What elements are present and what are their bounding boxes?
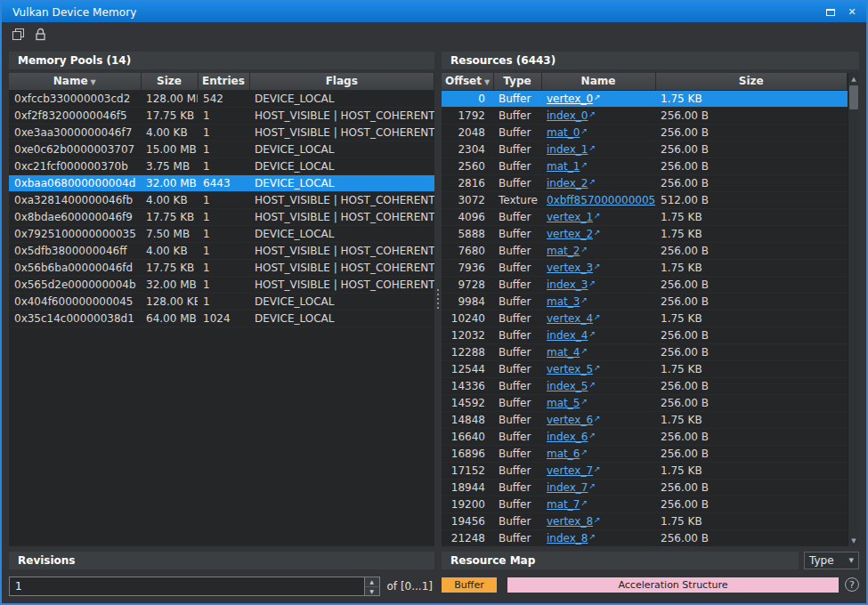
memory-pool-row[interactable]: 0x7925100000000035 7.50 MB 1 DEVICE_LOCA… [9,225,434,242]
memory-pool-row[interactable]: 0x56b6ba00000046fd 17.75 KB 1 HOST_VISIB… [9,259,434,276]
spin-up-button[interactable]: ▲ [365,577,379,587]
memory-pool-row[interactable]: 0xe3aa3000000046f7 4.00 KB 1 HOST_VISIBL… [9,124,434,141]
resource-type: Buffer [493,512,541,529]
goto-resource-icon: ↗ [588,278,596,287]
resource-row[interactable]: 17152 Buffer vertex_7↗ 1.75 KB [442,462,848,479]
memory-pool-row[interactable]: 0x565d2e000000004b 32.00 MB 1 HOST_VISIB… [9,276,434,293]
resource-link[interactable]: index_7↗ [547,481,596,494]
type-filter-dropdown[interactable]: Type ▼ [804,552,859,569]
new-window-button[interactable] [8,25,28,44]
resource-link[interactable]: index_2↗ [547,177,596,190]
memory-pool-row[interactable]: 0xf2f83200000046f5 17.75 KB 1 HOST_VISIB… [9,107,434,124]
memory-pool-row[interactable]: 0xbaa068000000004d 32.00 MB 6443 DEVICE_… [9,174,434,191]
resource-link[interactable]: vertex_2↗ [547,228,601,240]
resource-row[interactable]: 18944 Buffer index_7↗ 256.00 B [442,479,848,496]
spin-down-button[interactable]: ▼ [365,587,379,596]
resource-row[interactable]: 12032 Buffer index_4↗ 256.00 B [442,327,848,343]
resource-link[interactable]: mat_3↗ [547,295,588,308]
resource-row[interactable]: 14592 Buffer mat_5↗ 256.00 B [442,394,848,411]
resource-link[interactable]: index_1↗ [547,143,596,156]
help-icon[interactable]: ? [845,577,859,592]
memory-pool-row[interactable]: 0x8bdae600000046f9 17.75 KB 1 HOST_VISIB… [9,208,434,225]
close-button[interactable]: ✕ [841,4,863,20]
memory-pool-row[interactable]: 0xe0c62b0000003707 15.00 MB 1 DEVICE_LOC… [9,141,434,157]
memory-pool-row[interactable]: 0x404f600000000045 128.00 KB 1 DEVICE_LO… [9,293,434,310]
panel-splitter[interactable] [434,52,442,546]
resource-link[interactable]: vertex_0↗ [547,93,601,105]
resource-link[interactable]: mat_0↗ [547,126,588,139]
sort-indicator-icon: ▼ [91,78,96,86]
resource-row[interactable]: 9984 Buffer mat_3↗ 256.00 B [442,293,848,310]
resource-row[interactable]: 14848 Buffer vertex_6↗ 1.75 KB [442,411,848,428]
resource-row[interactable]: 3072 Texture 0xbff8570000000052↗ 512.00 … [442,191,848,208]
pools-col-name[interactable]: Name▼ [9,73,141,90]
pools-col-entries[interactable]: Entries [198,73,249,90]
resource-link[interactable]: vertex_4↗ [547,312,601,325]
scroll-up-button[interactable]: ▲ [848,73,859,85]
resource-link[interactable]: mat_1↗ [547,160,588,173]
resource-row[interactable]: 12544 Buffer vertex_5↗ 1.75 KB [442,360,848,377]
resource-link[interactable]: index_4↗ [547,329,596,342]
res-col-type[interactable]: Type [493,73,541,90]
resource-link[interactable]: mat_6↗ [547,448,588,460]
lock-button[interactable] [30,25,50,44]
memory-pool-row[interactable]: 0xc21fcf000000370b 3.75 MB 1 DEVICE_LOCA… [9,157,434,174]
float-window-button[interactable] [820,4,841,20]
revision-spinner[interactable]: 1 ▲ ▼ [9,577,380,596]
memory-pool-row[interactable]: 0xa3281400000046fb 4.00 KB 1 HOST_VISIBL… [9,191,434,208]
resource-link[interactable]: mat_5↗ [547,397,588,409]
goto-resource-icon: ↗ [594,464,601,473]
memory-pool-row[interactable]: 0x5dfb3800000046ff 4.00 KB 1 HOST_VISIBL… [9,242,434,259]
resource-row[interactable]: 2560 Buffer mat_1↗ 256.00 B [442,157,848,174]
resource-row[interactable]: 4096 Buffer vertex_1↗ 1.75 KB [442,208,848,225]
resource-link[interactable]: index_3↗ [547,278,596,291]
resource-row[interactable]: 7936 Buffer vertex_3↗ 1.75 KB [442,259,848,276]
resource-row[interactable]: 16640 Buffer index_6↗ 256.00 B [442,428,848,445]
resource-link[interactable]: vertex_1↗ [547,211,601,223]
memory-pools-panel: Memory Pools (14) Name▼ Size Entries Fla… [9,52,434,546]
resource-link[interactable]: index_6↗ [547,431,596,443]
resource-row[interactable]: 0 Buffer vertex_0↗ 1.75 KB [442,90,848,107]
resource-link[interactable]: vertex_5↗ [547,363,601,375]
resource-link[interactable]: mat_4↗ [547,346,588,359]
resource-row[interactable]: 2048 Buffer mat_0↗ 256.00 B [442,124,848,141]
resource-map-buffer-segment[interactable]: Buffer [442,577,497,593]
resource-link[interactable]: vertex_3↗ [547,262,601,274]
resource-link[interactable]: vertex_8↗ [547,515,601,528]
resource-link[interactable]: vertex_7↗ [547,464,601,477]
title-bar[interactable]: Vulkan Device Memory ✕ [2,2,866,22]
resource-row[interactable]: 19456 Buffer vertex_8↗ 1.75 KB [442,512,848,529]
res-col-offset[interactable]: Offset▼ [442,73,493,90]
resource-row[interactable]: 5888 Buffer vertex_2↗ 1.75 KB [442,225,848,242]
scrollbar-thumb[interactable] [849,85,858,109]
resource-row[interactable]: 14336 Buffer index_5↗ 256.00 B [442,377,848,394]
res-col-name[interactable]: Name [541,73,655,90]
resource-row[interactable]: 10240 Buffer vertex_4↗ 1.75 KB [442,310,848,327]
resource-row[interactable]: 1792 Buffer index_0↗ 256.00 B [442,107,848,124]
resource-map-accel-structure-segment[interactable]: Acceleration Structure [507,577,839,593]
resource-row[interactable]: 2816 Buffer index_2↗ 256.00 B [442,174,848,191]
resource-link[interactable]: mat_2↗ [547,245,588,257]
resource-row[interactable]: 9728 Buffer index_3↗ 256.00 B [442,276,848,293]
scroll-down-button[interactable]: ▼ [848,535,859,546]
scrollbar-track[interactable] [848,85,859,535]
resource-link[interactable]: index_8↗ [547,532,596,544]
resource-link[interactable]: 0xbff8570000000052↗ [547,194,655,206]
resource-row[interactable]: 7680 Buffer mat_2↗ 256.00 B [442,242,848,259]
pools-col-flags[interactable]: Flags [249,73,434,90]
pools-col-size[interactable]: Size [141,73,198,90]
resource-row[interactable]: 21248 Buffer index_8↗ 256.00 B [442,529,848,546]
memory-pool-row[interactable]: 0xfccb330000003cd2 128.00 MB 542 DEVICE_… [9,90,434,107]
resource-row[interactable]: 12288 Buffer mat_4↗ 256.00 B [442,343,848,360]
resource-link[interactable]: vertex_6↗ [547,414,601,426]
resource-link[interactable]: index_0↗ [547,109,596,122]
res-col-size[interactable]: Size [655,73,848,90]
memory-pool-row[interactable]: 0x35c14c00000038d1 64.00 MB 1024 DEVICE_… [9,310,434,327]
resource-row[interactable]: 2304 Buffer index_1↗ 256.00 B [442,141,848,157]
resource-row[interactable]: 19200 Buffer mat_7↗ 256.00 B [442,496,848,512]
resources-scrollbar[interactable]: ▲ ▼ [848,73,859,546]
resource-link[interactable]: mat_7↗ [547,498,588,511]
resource-link[interactable]: index_5↗ [547,380,596,392]
resource-row[interactable]: 16896 Buffer mat_6↗ 256.00 B [442,445,848,462]
pool-flags: DEVICE_LOCAL [249,90,434,107]
